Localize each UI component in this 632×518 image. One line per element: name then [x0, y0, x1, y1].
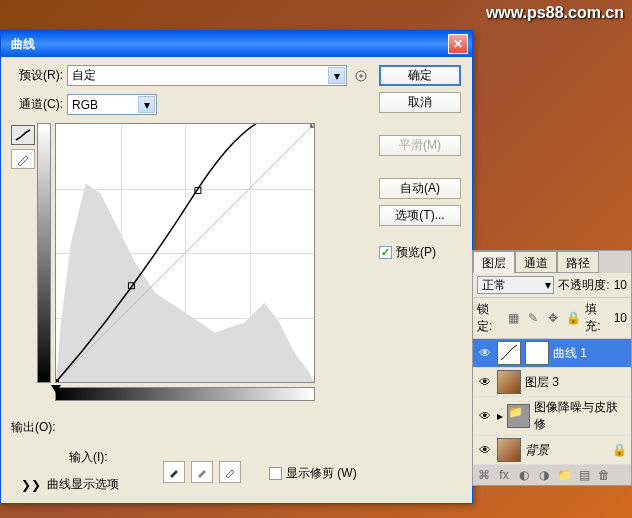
dialog-titlebar[interactable]: 曲线 ✕: [1, 31, 472, 57]
dialog-title: 曲线: [5, 36, 35, 53]
gray-eyedropper-icon[interactable]: [191, 461, 213, 483]
ok-button[interactable]: 确定: [379, 65, 461, 86]
output-label: 输出(O):: [11, 419, 56, 436]
lock-label: 锁定:: [477, 301, 501, 335]
lock-all-icon[interactable]: 🔒: [565, 310, 581, 326]
curves-dialog: 曲线 ✕ 预设(R): 自定 ▾ 通道(C): RGB ▾: [0, 30, 473, 504]
preview-checkbox[interactable]: [379, 246, 392, 259]
trash-icon[interactable]: 🗑: [595, 467, 613, 483]
preset-value: 自定: [72, 67, 96, 84]
chevron-down-icon: ▾: [328, 67, 345, 84]
channel-combo[interactable]: RGB ▾: [67, 94, 157, 115]
options-button[interactable]: 选项(T)...: [379, 205, 461, 226]
preview-label: 预览(P): [396, 244, 436, 261]
lock-transparent-icon[interactable]: ▦: [505, 310, 521, 326]
show-clipping-label: 显示修剪 (W): [286, 465, 357, 482]
layer-thumb: [497, 438, 521, 462]
layer-row[interactable]: 👁 曲线 1: [473, 339, 631, 368]
fill-value[interactable]: 10: [614, 311, 627, 325]
link-icon[interactable]: ⌘: [475, 467, 493, 483]
folder-icon[interactable]: 📁: [555, 467, 573, 483]
channel-value: RGB: [72, 98, 98, 112]
close-icon[interactable]: ✕: [448, 34, 468, 54]
layer-row[interactable]: 👁 背景 🔒: [473, 436, 631, 465]
blend-mode-combo[interactable]: 正常 ▾: [477, 276, 554, 294]
eye-icon[interactable]: 👁: [477, 409, 493, 423]
eye-icon[interactable]: 👁: [477, 443, 493, 457]
expand-icon: ❯❯: [21, 478, 41, 492]
layer-row[interactable]: 👁 图层 3: [473, 368, 631, 397]
white-eyedropper-icon[interactable]: [219, 461, 241, 483]
preset-combo[interactable]: 自定 ▾: [67, 65, 347, 86]
folder-icon: 📁: [507, 404, 530, 428]
auto-button[interactable]: 自动(A): [379, 178, 461, 199]
tab-layers[interactable]: 图层: [473, 251, 515, 273]
lock-move-icon[interactable]: ✥: [545, 310, 561, 326]
output-gradient: [37, 123, 51, 383]
lock-icon: 🔒: [612, 443, 627, 457]
eyedropper-group: [163, 461, 241, 483]
tab-paths[interactable]: 路径: [557, 251, 599, 273]
new-layer-icon[interactable]: ▤: [575, 467, 593, 483]
watermark-text: www.ps88.com.cn: [486, 4, 624, 22]
layer-row[interactable]: 👁 ▸ 📁 图像降噪与皮肤修: [473, 397, 631, 436]
input-label: 输入(I):: [69, 449, 108, 466]
adjustment-thumb: [497, 341, 521, 365]
layer-name: 图像降噪与皮肤修: [534, 399, 627, 433]
chevron-down-icon: ▾: [138, 96, 155, 113]
expand-options-toggle[interactable]: ❯❯ 曲线显示选项: [21, 476, 119, 493]
show-clipping-checkbox[interactable]: [269, 467, 282, 480]
curve-graph[interactable]: [55, 123, 315, 383]
blend-value: 正常: [482, 277, 506, 294]
fx-icon[interactable]: fx: [495, 467, 513, 483]
eye-icon[interactable]: 👁: [477, 375, 493, 389]
black-point-handle[interactable]: [51, 385, 61, 393]
pencil-tool-icon[interactable]: [11, 149, 35, 169]
histogram: [56, 124, 314, 382]
smooth-button: 平滑(M): [379, 135, 461, 156]
chevron-down-icon: ▾: [545, 278, 551, 292]
input-gradient: [55, 387, 315, 401]
svg-rect-2: [56, 379, 59, 382]
layer-name: 背景: [525, 442, 549, 459]
adjustment-icon[interactable]: ◑: [535, 467, 553, 483]
lock-brush-icon[interactable]: ✎: [525, 310, 541, 326]
mask-thumb: [525, 341, 549, 365]
layer-name: 图层 3: [525, 374, 559, 391]
fill-label: 填充:: [585, 301, 609, 335]
black-eyedropper-icon[interactable]: [163, 461, 185, 483]
preset-label: 预设(R):: [11, 67, 67, 84]
eye-icon[interactable]: 👁: [477, 346, 493, 360]
opacity-label: 不透明度:: [558, 277, 609, 294]
cancel-button[interactable]: 取消: [379, 92, 461, 113]
tab-channels[interactable]: 通道: [515, 251, 557, 273]
mask-icon[interactable]: ◐: [515, 467, 533, 483]
layer-thumb: [497, 370, 521, 394]
preset-menu-icon[interactable]: [351, 66, 371, 86]
layers-panel: 图层 通道 路径 正常 ▾ 不透明度: 10 锁定: ▦ ✎ ✥ 🔒 填充: 1…: [472, 250, 632, 488]
expand-label: 曲线显示选项: [47, 476, 119, 493]
curve-tool-icon[interactable]: [11, 125, 35, 145]
layer-name: 曲线 1: [553, 345, 587, 362]
expand-arrow-icon[interactable]: ▸: [497, 409, 503, 423]
opacity-value[interactable]: 10: [614, 278, 627, 292]
channel-label: 通道(C):: [11, 96, 67, 113]
